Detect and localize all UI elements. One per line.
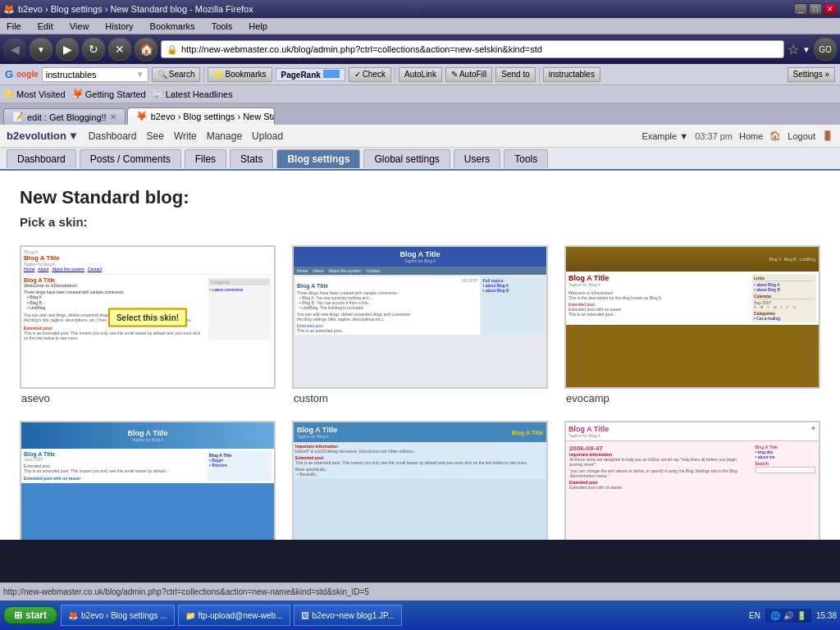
skin-preview-6[interactable]: Blog A Title Tagline for Blog A ✦ 2006-0… (564, 421, 820, 540)
home-button[interactable]: 🏠 (135, 38, 158, 61)
toolbar-separator (203, 67, 204, 82)
pagerank-btn[interactable]: PageRank (276, 68, 345, 81)
nav-home[interactable]: Home (739, 131, 763, 141)
app-time: 03:37 pm (695, 131, 733, 141)
tab-2[interactable]: 🦊 b2evo › Blog settings › New Standard .… (127, 107, 275, 125)
bookmarks-most-visited[interactable]: ⭐ Most Visited (3, 89, 66, 99)
nav-upload[interactable]: Upload (252, 130, 283, 142)
tab-tools[interactable]: Tools (504, 149, 548, 168)
skin-item-evocamp[interactable]: Blog 3 Blog B LinkBlog Blog A Title Tagl… (564, 245, 820, 404)
reload-button[interactable]: ↻ (82, 38, 105, 61)
minimize-button[interactable]: _ (794, 3, 807, 15)
skin-preview-4[interactable]: Blog A Title Tagline for Blog A Blog A T… (20, 421, 276, 540)
skin-name-evocamp: evocamp (564, 392, 820, 404)
tab-stats[interactable]: Stats (230, 149, 273, 168)
logout-icon: 🚪 (822, 130, 833, 141)
google-search-dropdown[interactable]: ▼ (136, 70, 144, 79)
home-icon: 🏠 (769, 130, 781, 141)
instructables-button[interactable]: instructables (543, 67, 600, 82)
taskbar-item-image[interactable]: 🖼 b2evo~new blog1.JP... (294, 605, 402, 626)
app-bar: b2evolution ▼ Dashboard See Write Manage… (0, 125, 840, 148)
back-dropdown[interactable]: ▼ (30, 38, 52, 61)
skin-item-5[interactable]: Blog A Title Tagline for Blog A Blog A T… (292, 421, 548, 540)
tab-bar: 📝 edit : Get Blogging!! ✕ 🦊 b2evo › Blog… (0, 103, 840, 125)
nav-see[interactable]: See (147, 130, 164, 142)
skin-preview-5[interactable]: Blog A Title Tagline for Blog A Blog A T… (292, 421, 548, 540)
google-search-box[interactable]: ▼ (42, 67, 148, 82)
tab-posts-comments[interactable]: Posts / Comments (80, 149, 181, 168)
autofill-button[interactable]: ✎ AutoFill (445, 67, 492, 82)
stop-button[interactable]: ✕ (108, 38, 131, 61)
navigation-bar: ◀ ▼ ▶ ↻ ✕ 🏠 🔒 ☆ ▼ GO (0, 34, 840, 64)
main-content: New Standard blog: Pick a skin: Blog A B… (0, 171, 840, 540)
nav-manage[interactable]: Manage (207, 130, 242, 142)
maximize-button[interactable]: □ (809, 3, 822, 15)
autolink-button[interactable]: AutoLink (399, 67, 442, 82)
tab-blog-settings[interactable]: Blog settings (276, 149, 360, 168)
bookmarks-latest-headlines[interactable]: 📰 Latest Headlines (153, 89, 233, 99)
language-indicator: EN (749, 611, 760, 620)
bookmarks-button[interactable]: ⭐ Bookmarks (208, 67, 272, 82)
skin-preview-asevo[interactable]: Blog A Blog A Title Tagline for blog A H… (20, 245, 276, 389)
nav-write[interactable]: Write (174, 130, 197, 142)
tab-global-settings[interactable]: Global settings (363, 149, 450, 168)
forward-button[interactable]: ▶ (56, 38, 79, 61)
bookmarks-getting-started[interactable]: 🦊 Getting Started (72, 89, 146, 99)
menu-edit[interactable]: Edit (34, 20, 57, 33)
logo-dropdown-icon: ▼ (68, 130, 79, 142)
blog-selector[interactable]: Example ▼ (641, 131, 688, 141)
firefox-taskbar-icon: 🦊 (68, 611, 78, 620)
taskbar-item-ftp[interactable]: 📁 ftp-upload@new-web... (178, 605, 290, 626)
bookmarks-bar: ⭐ Most Visited 🦊 Getting Started 📰 Lates… (0, 85, 840, 103)
skin-item-custom[interactable]: Blog A Title Tagline for Blog A HomeAbou… (292, 245, 548, 404)
google-toolbar: G oogle ▼ 🔍 Search ⭐ Bookmarks PageRank … (0, 64, 840, 85)
google-search-button[interactable]: 🔍 Search (152, 67, 201, 82)
nav-logout[interactable]: Logout (788, 131, 815, 141)
taskbar-item-firefox[interactable]: 🦊 b2evo › Blog settings ... (61, 605, 175, 626)
skin-preview-evocamp[interactable]: Blog 3 Blog B LinkBlog Blog A Title Tagl… (564, 245, 820, 389)
toolbar-settings-button[interactable]: Settings » (788, 67, 835, 82)
menu-file[interactable]: File (3, 20, 25, 33)
close-button[interactable]: ✕ (824, 3, 837, 15)
tab-files[interactable]: Files (185, 149, 226, 168)
go-button[interactable]: GO (814, 38, 837, 61)
sep3 (539, 67, 540, 82)
title-bar: 🦊 b2evo › Blog settings › New Standard b… (0, 0, 840, 18)
tab-dashboard[interactable]: Dashboard (7, 149, 76, 168)
tab1-close[interactable]: ✕ (110, 112, 116, 121)
skin-item-6[interactable]: Blog A Title Tagline for Blog A ✦ 2006-0… (564, 421, 820, 540)
menu-history[interactable]: History (102, 20, 136, 33)
nav-dashboard[interactable]: Dashboard (89, 130, 137, 142)
menu-bookmarks[interactable]: Bookmarks (147, 20, 199, 33)
skin-preview-custom[interactable]: Blog A Title Tagline for Blog A HomeAbou… (292, 245, 548, 389)
menu-view[interactable]: View (66, 20, 93, 33)
tab-users[interactable]: Users (454, 149, 500, 168)
app-logo[interactable]: b2evolution ▼ (7, 130, 79, 142)
skin-item-4[interactable]: Blog A Title Tagline for Blog A Blog A T… (20, 421, 276, 540)
b2evo-logo-text: b2evolution (7, 130, 66, 142)
bookmark-star-button[interactable]: ☆ (788, 42, 799, 57)
sys-tray: 🌐 🔊 🔋 (765, 609, 811, 623)
menu-tools[interactable]: Tools (208, 20, 236, 33)
windows-icon: ⊞ (14, 609, 22, 621)
address-bar[interactable]: 🔒 (161, 40, 784, 58)
bookmark-dropdown[interactable]: ▼ (802, 45, 810, 54)
menu-help[interactable]: Help (245, 20, 271, 33)
pagerank-bar (323, 70, 340, 78)
page-subtitle: Pick a skin: (20, 215, 820, 229)
page-title: New Standard blog: (20, 187, 820, 208)
address-input[interactable] (181, 44, 778, 54)
network-icon: 🌐 (770, 611, 780, 620)
clock: 15:38 (816, 611, 837, 620)
status-bar: http://new-webmaster.co.uk/blog/admin.ph… (0, 582, 840, 600)
google-search-input[interactable] (46, 70, 136, 80)
bookmarks-icon: ⭐ (213, 70, 223, 79)
start-button[interactable]: ⊞ start (3, 606, 57, 624)
skin-item-asevo[interactable]: Blog A Blog A Title Tagline for blog A H… (20, 245, 276, 404)
status-url: http://new-webmaster.co.uk/blog/admin.ph… (3, 587, 369, 596)
sendto-button[interactable]: Send to (495, 67, 535, 82)
check-button[interactable]: ✓ Check (349, 67, 391, 82)
tab-1[interactable]: 📝 edit : Get Blogging!! ✕ (3, 108, 126, 125)
system-tray: EN 🌐 🔊 🔋 15:38 (749, 609, 837, 623)
back-button[interactable]: ◀ (3, 38, 26, 61)
